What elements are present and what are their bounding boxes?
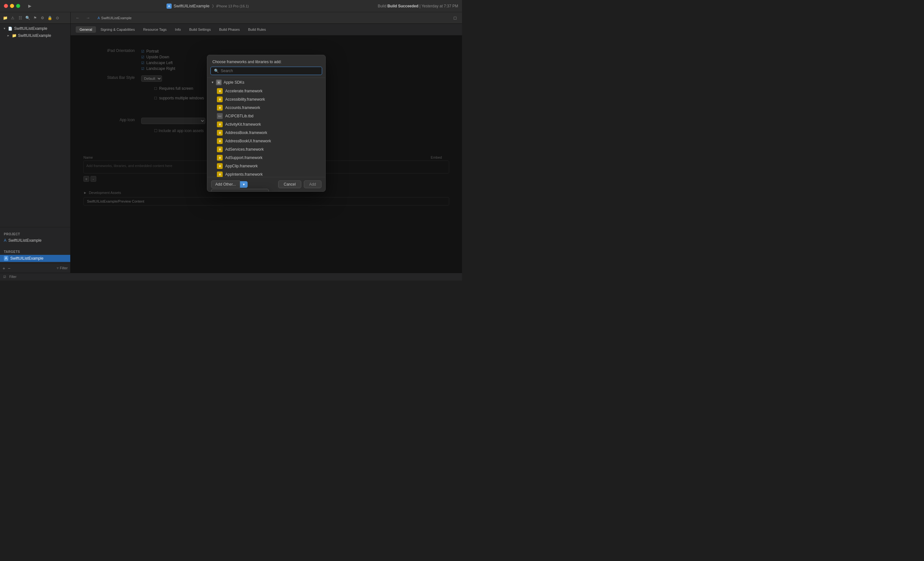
maximize-button[interactable] bbox=[16, 4, 20, 8]
add-other-main-button[interactable]: Add Other... bbox=[211, 181, 240, 188]
tab-resource-tags[interactable]: Resource Tags bbox=[139, 26, 170, 33]
tab-build-phases[interactable]: Build Phases bbox=[215, 26, 243, 33]
device-label: iPhone 13 Pro (16.1) bbox=[216, 4, 249, 8]
list-item-addressbookui[interactable]: 🖥 AddressBookUI.framework bbox=[207, 137, 326, 145]
filter-nav-button[interactable]: ▿ Filter bbox=[57, 266, 68, 270]
project-nav-item[interactable]: A SwiftUIListExample bbox=[0, 237, 70, 244]
add-nav-item-button[interactable]: + bbox=[3, 266, 5, 271]
search-icon: 🔍 bbox=[214, 69, 219, 73]
sdk-icon: A bbox=[216, 79, 222, 85]
breadcrumb-icon: A bbox=[98, 16, 100, 20]
framework-icon-activitykit: 🖥 bbox=[217, 121, 223, 127]
build-status: Build Build Succeeded | Yesterday at 7:3… bbox=[378, 4, 458, 8]
tab-signing[interactable]: Signing & Capabilities bbox=[97, 26, 139, 33]
forward-button[interactable]: → bbox=[83, 14, 92, 21]
minimize-button[interactable] bbox=[10, 4, 14, 8]
tbd-icon-acib: tbd bbox=[217, 113, 223, 119]
chevron-down-icon: ▼ bbox=[3, 27, 6, 30]
settings-tab-bar: General Signing & Capabilities Resource … bbox=[70, 24, 462, 36]
status-filter-label: Filter bbox=[9, 275, 16, 278]
status-icon: ☑ bbox=[3, 275, 6, 278]
nav-toolbar: 📁 ⚠ ☷ 🔍 ⚑ ⚙ 🔒 ⊙ ⁠ bbox=[0, 12, 70, 24]
hierarchy-icon[interactable]: ☷ bbox=[17, 14, 23, 21]
lock-icon[interactable]: 🔒 bbox=[47, 14, 52, 21]
add-other-button-group: Add Other... ▼ bbox=[211, 181, 248, 188]
add-button[interactable]: Add bbox=[304, 181, 321, 188]
add-other-dropdown-button[interactable]: ▼ bbox=[240, 181, 248, 188]
dialog-search-container: 🔍 bbox=[210, 67, 322, 75]
target-nav-label: SwiftUIListExample bbox=[10, 256, 44, 260]
project-nav-label: SwiftUIListExample bbox=[8, 238, 41, 243]
list-item-appintents[interactable]: 🖥 AppIntents.framework bbox=[207, 170, 326, 177]
list-item-adsupport[interactable]: 🖥 AdSupport.framework bbox=[207, 154, 326, 162]
breadcrumb-label: SwiftUIListExample bbox=[101, 16, 132, 20]
file-tree: ▼ 📄 SwiftUIListExample ► 📁 SwiftUIListEx… bbox=[0, 24, 70, 227]
tree-root-label: SwiftUIListExample bbox=[14, 26, 47, 31]
framework-icon-accessibility: 🖥 bbox=[217, 96, 223, 102]
dialog-overlay: Choose frameworks and libraries to add: … bbox=[70, 36, 462, 273]
flag-icon[interactable]: ⚑ bbox=[32, 14, 38, 21]
settings-area: iPad Orientation ☑ Portrait ☑ Upside Dow… bbox=[70, 36, 462, 273]
scheme-run-button[interactable]: ▶ bbox=[26, 3, 34, 10]
targets-section-header: TARGETS bbox=[0, 247, 70, 255]
list-item-acib[interactable]: tbd ACIPCBTLib.tbd bbox=[207, 112, 326, 120]
tab-build-settings[interactable]: Build Settings bbox=[186, 26, 214, 33]
tab-bar: ← → A SwiftUIListExample ◻ bbox=[70, 12, 462, 24]
list-item-accounts[interactable]: 🖥 Accounts.framework bbox=[207, 103, 326, 112]
list-item-accelerate[interactable]: 🖥 Accelerate.framework bbox=[207, 87, 326, 95]
back-button[interactable]: ← bbox=[73, 14, 82, 21]
list-item-adservices[interactable]: 🖥 AdServices.framework bbox=[207, 145, 326, 154]
titlebar-right: Build Build Succeeded | Yesterday at 7:3… bbox=[378, 4, 458, 8]
status-bar: ☑ Filter bbox=[0, 273, 462, 280]
add-framework-dialog: Choose frameworks and libraries to add: … bbox=[207, 55, 326, 192]
list-item-accessibility[interactable]: 🖥 Accessibility.framework bbox=[207, 95, 326, 103]
add-other-container: Add Other... ▼ Add Files... Add Package … bbox=[211, 181, 248, 188]
folder-icon[interactable]: 📁 bbox=[3, 14, 8, 21]
warning-icon[interactable]: ⚠ bbox=[10, 14, 15, 21]
folder-blue-icon: 📁 bbox=[12, 33, 16, 38]
tab-build-rules[interactable]: Build Rules bbox=[244, 26, 270, 33]
gear-nav-icon[interactable]: ⚙ bbox=[40, 14, 45, 21]
target-nav-item[interactable]: A SwiftUIListExample bbox=[0, 255, 70, 262]
breadcrumb: A SwiftUIListExample bbox=[95, 16, 448, 20]
dialog-footer: Add Other... ▼ Add Files... Add Package … bbox=[207, 177, 326, 191]
content-main: 📁 ⚠ ☷ 🔍 ⚑ ⚙ 🔒 ⊙ ⁠ ▼ 📄 SwiftUIListExample… bbox=[0, 12, 462, 273]
cancel-button[interactable]: Cancel bbox=[278, 181, 301, 188]
titlebar-center: A SwiftUIListExample ❯ iPhone 13 Pro (16… bbox=[40, 3, 375, 9]
tree-item-root[interactable]: ▼ 📄 SwiftUIListExample bbox=[0, 25, 70, 32]
close-button[interactable] bbox=[4, 4, 8, 8]
framework-icon-appclip: 🖥 bbox=[217, 163, 223, 169]
search-nav-icon[interactable]: 🔍 bbox=[25, 14, 30, 21]
framework-icon-addressbook: 🖥 bbox=[217, 130, 223, 136]
bubble-icon[interactable]: ⊙ bbox=[55, 14, 60, 21]
sidebar-bottom-bar: + − ▿ Filter bbox=[0, 263, 70, 273]
framework-icon-appintents: 🖥 bbox=[217, 172, 223, 177]
split-editor-button[interactable]: ◻ bbox=[450, 14, 459, 21]
apple-sdks-group[interactable]: ▼ A Apple SDKs bbox=[207, 78, 326, 87]
project-title: SwiftUIListExample bbox=[174, 3, 210, 8]
list-item-activitykit[interactable]: 🖥 ActivityKit.framework bbox=[207, 120, 326, 129]
target-icon: A bbox=[4, 256, 8, 261]
dialog-title: Choose frameworks and libraries to add: bbox=[207, 55, 326, 67]
left-nav: 📁 ⚠ ☷ 🔍 ⚑ ⚙ 🔒 ⊙ ⁠ ▼ 📄 SwiftUIListExample… bbox=[0, 12, 70, 273]
framework-icon-adservices: 🖥 bbox=[217, 147, 223, 152]
framework-icon-addressbookui: 🖥 bbox=[217, 138, 223, 144]
grid-icon[interactable]: ⁠ bbox=[62, 14, 68, 21]
framework-icon-accounts: 🖥 bbox=[217, 105, 223, 111]
tab-general[interactable]: General bbox=[76, 26, 96, 33]
dropdown-add-files[interactable]: Add Files... bbox=[212, 189, 268, 192]
add-other-dropdown: Add Files... Add Package Dependency... bbox=[211, 189, 269, 192]
chevron-right-icon: ► bbox=[6, 34, 10, 37]
main-content: ← → A SwiftUIListExample ◻ General Signi… bbox=[70, 12, 462, 273]
titlebar: ▶ A SwiftUIListExample ❯ iPhone 13 Pro (… bbox=[0, 0, 462, 12]
framework-icon-adsupport: 🖥 bbox=[217, 155, 223, 161]
search-input[interactable] bbox=[221, 69, 319, 73]
tab-info[interactable]: Info bbox=[171, 26, 184, 33]
list-item-appclip[interactable]: 🖥 AppClip.framework bbox=[207, 162, 326, 170]
remove-nav-item-button[interactable]: − bbox=[8, 266, 10, 271]
tree-item-target[interactable]: ► 📁 SwiftUIListExample bbox=[0, 32, 70, 39]
svg-text:A: A bbox=[218, 81, 220, 84]
traffic-lights bbox=[4, 4, 20, 8]
chevron-down-sdks-icon: ▼ bbox=[211, 81, 214, 84]
list-item-addressbook[interactable]: 🖥 AddressBook.framework bbox=[207, 129, 326, 137]
